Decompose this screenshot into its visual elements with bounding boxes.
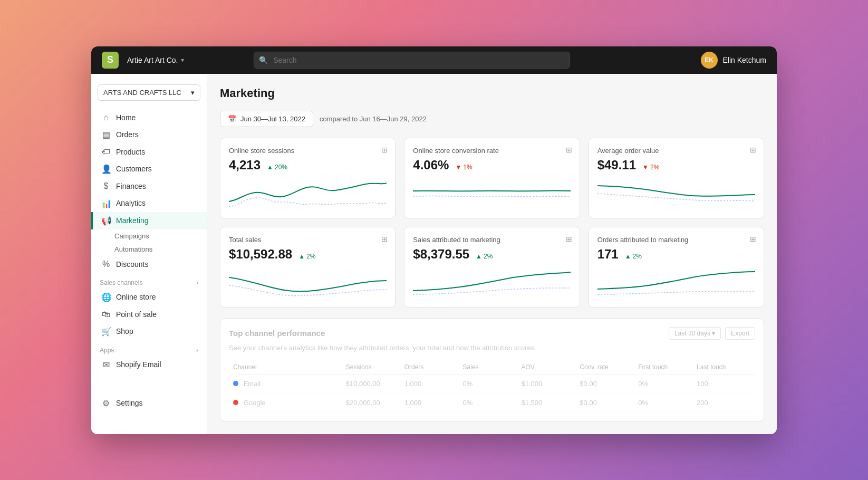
stat-copy-orders-marketing[interactable]: ⊞ (750, 235, 756, 243)
stat-value-total-sales: $10,592.88 (229, 247, 292, 262)
sidebar-sub-campaigns[interactable]: Campaigns (91, 229, 207, 243)
row-channel-google: Google (233, 399, 342, 407)
table-title: Top channel performance (229, 329, 325, 338)
sales-channels-label: Sales channels (100, 279, 142, 286)
apps-expand-icon[interactable]: › (196, 347, 198, 354)
table-header: Top channel performance Last 30 days ▾ E… (229, 327, 755, 340)
compare-text: compared to Jun 16—Jun 29, 2022 (320, 115, 427, 123)
col-orders: Orders (404, 363, 459, 371)
stat-value-sessions: 4,213 (229, 158, 261, 172)
col-first: First touch (638, 363, 692, 371)
stat-chart-conversion (413, 178, 571, 209)
sidebar-item-shopify-email[interactable]: ✉ Shopify Email (91, 356, 207, 373)
col-channel: Channel (233, 363, 342, 371)
apps-section: Apps › (91, 340, 207, 356)
col-sessions: Sessions (346, 363, 400, 371)
stat-title-sessions: Online store sessions (229, 147, 387, 155)
stat-title-orders-marketing: Orders attributed to marketing (597, 236, 755, 244)
row-sessions-google: $20,000.00 (346, 399, 400, 407)
home-icon: ⌂ (101, 113, 111, 122)
sidebar: ARTS AND CRAFTS LLC ▾ ⌂ Home ▤ Orders 🏷 … (91, 74, 207, 434)
sidebar-label-finances: Finances (116, 182, 146, 190)
stat-change-conversion: ▼ 1% (455, 164, 472, 171)
sidebar-item-marketing[interactable]: 📢 Marketing (91, 212, 207, 229)
row-last-email: 100 (697, 380, 751, 388)
sidebar-item-products[interactable]: 🏷 Products (91, 143, 207, 160)
sidebar-item-home[interactable]: ⌂ Home (91, 109, 207, 126)
user-area: EK Elin Ketchum (701, 52, 766, 69)
org-label: ARTS AND CRAFTS LLC (103, 89, 181, 97)
sidebar-item-point-of-sale[interactable]: 🛍 Point of sale (91, 306, 207, 323)
sidebar-label-shop: Shop (116, 327, 133, 335)
table-export-button[interactable]: Export (725, 327, 755, 340)
col-aov: AOV (521, 363, 575, 371)
store-name[interactable]: Artie Art Art Co. ▾ (127, 56, 184, 64)
sidebar-label-discounts: Discounts (116, 260, 148, 268)
table-filter-button[interactable]: Last 30 days ▾ (669, 327, 721, 340)
settings-icon: ⚙ (101, 398, 111, 408)
stat-card-aov: Average order value $49.11 ▼ 2% ⊞ (589, 138, 764, 218)
stat-copy-aov[interactable]: ⊞ (750, 146, 756, 154)
row-channel-email: Email (233, 380, 342, 388)
stat-chart-orders-marketing (597, 267, 755, 299)
search-icon: 🔍 (259, 56, 268, 64)
stats-grid: Online store sessions 4,213 ▲ 20% (220, 138, 764, 308)
table-column-headers: Channel Sessions Orders Sales AOV Conv. … (229, 360, 755, 375)
pos-icon: 🛍 (101, 310, 111, 319)
stat-copy-conversion[interactable]: ⊞ (566, 146, 572, 154)
sidebar-label-orders: Orders (116, 130, 139, 139)
row-sales-google: 0% (463, 399, 517, 407)
stat-card-sessions: Online store sessions 4,213 ▲ 20% (220, 138, 396, 218)
sidebar-item-discounts[interactable]: % Discounts (91, 256, 207, 273)
sidebar-sub-automations[interactable]: Automations (91, 243, 207, 256)
stat-title-conversion: Online store conversion rate (413, 147, 571, 155)
table-row: Google $20,000.00 1,000 0% $1,500 $0.00 … (229, 393, 755, 412)
row-conv-email: $0.00 (580, 380, 634, 388)
store-dropdown-chevron: ▾ (181, 56, 184, 64)
marketing-icon: 📢 (101, 216, 111, 226)
finances-icon: $ (101, 181, 111, 191)
automations-label: Automations (114, 245, 152, 253)
stat-card-total-sales: Total sales $10,592.88 ▲ 2% ⊞ (220, 227, 396, 308)
sidebar-label-customers: Customers (116, 165, 152, 173)
row-conv-google: $0.00 (580, 399, 634, 407)
row-sessions-email: $10,000.00 (346, 380, 400, 388)
sidebar-item-shop[interactable]: 🛒 Shop (91, 323, 207, 340)
sidebar-label-products: Products (116, 148, 145, 156)
stat-copy-sessions[interactable]: ⊞ (381, 146, 388, 154)
user-name: Elin Ketchum (723, 56, 766, 64)
page-title: Marketing (220, 87, 764, 100)
stat-copy-sales-marketing[interactable]: ⊞ (566, 235, 572, 243)
org-selector[interactable]: ARTS AND CRAFTS LLC ▾ (98, 84, 200, 101)
col-last: Last touch (697, 363, 751, 371)
avatar: EK (701, 52, 718, 69)
stat-card-conversion: Online store conversion rate 4.06% ▼ 1% … (404, 138, 580, 218)
sidebar-item-settings[interactable]: ⚙ Settings (91, 395, 207, 412)
sidebar-label-analytics: Analytics (116, 199, 146, 207)
orders-icon: ▤ (101, 130, 111, 140)
sales-channels-expand-icon[interactable]: › (196, 279, 198, 286)
stat-change-orders-marketing: ▲ 2% (625, 253, 642, 260)
analytics-icon: 📊 (101, 198, 111, 208)
sidebar-label-shopify-email: Shopify Email (116, 360, 161, 369)
row-orders-google: 1,000 (404, 399, 459, 407)
stat-card-orders-marketing: Orders attributed to marketing 171 ▲ 2% … (589, 227, 764, 308)
sidebar-item-orders[interactable]: ▤ Orders (91, 126, 207, 143)
search-input[interactable] (254, 52, 570, 69)
sidebar-item-customers[interactable]: 👤 Customers (91, 160, 207, 178)
calendar-icon: 📅 (228, 115, 236, 123)
table-row: Email $10,000.00 1,000 0% $1,000 $0.00 0… (229, 375, 755, 393)
stat-copy-total-sales[interactable]: ⊞ (381, 235, 388, 243)
sidebar-item-analytics[interactable]: 📊 Analytics (91, 195, 207, 212)
sidebar-item-finances[interactable]: $ Finances (91, 178, 207, 195)
shop-icon: 🛒 (101, 327, 111, 337)
channel-dot-google (233, 400, 238, 405)
row-aov-email: $1,000 (521, 380, 575, 388)
stat-card-sales-marketing: Sales attributed to marketing $8,379.55 … (404, 227, 580, 308)
row-last-google: 200 (697, 399, 751, 407)
sidebar-label-home: Home (116, 113, 136, 122)
sidebar-label-marketing: Marketing (116, 216, 148, 225)
date-range-button[interactable]: 📅 Jun 30—Jul 13, 2022 (220, 111, 313, 127)
stat-chart-sales-marketing (413, 267, 571, 299)
sidebar-item-online-store[interactable]: 🌐 Online store (91, 289, 207, 306)
